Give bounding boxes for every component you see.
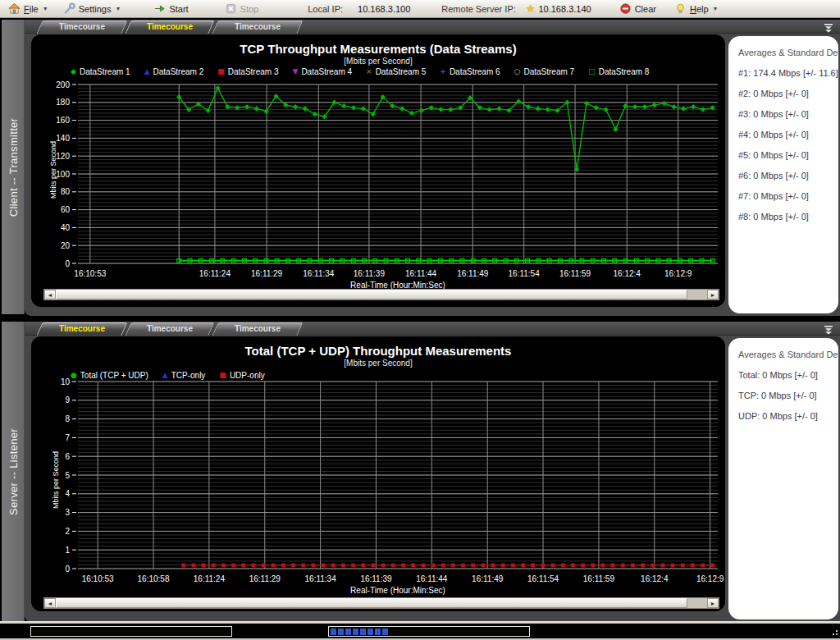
remote-ip-value[interactable]: 10.168.3.140	[538, 4, 591, 14]
stats-title: Averages & Standard Deviations	[738, 48, 838, 57]
netstress-window: File ▼ Settings ▼ Start Stop	[0, 0, 840, 640]
tab-timecourse-total-client[interactable]: Timecourse (Total)	[39, 21, 125, 34]
svg-text:16:11:39: 16:11:39	[360, 574, 392, 583]
settings-dropdown-arrow-icon: ▼	[115, 6, 121, 11]
svg-text:16:10:53: 16:10:53	[74, 269, 106, 278]
svg-text:3: 3	[65, 508, 70, 517]
star-icon: ★	[526, 2, 536, 15]
server-panel: Timecourse (Total) Timecourse (TCP) Time…	[25, 322, 840, 622]
clear-icon	[619, 2, 632, 15]
svg-text:200: 200	[56, 80, 70, 89]
svg-text:2: 2	[65, 527, 70, 536]
stats-line: #7: 0 Mbps [+/- 0]	[738, 191, 838, 201]
series-marker-icon: ◆	[71, 68, 76, 75]
clear-button-label: Clear	[635, 4, 656, 14]
stats-line: UDP: 0 Mbps [+/- 0]	[738, 411, 838, 421]
svg-text:40: 40	[61, 223, 71, 232]
legend-item: ▼DataStream 4	[292, 67, 352, 76]
settings-menu-label: Settings	[79, 4, 112, 14]
file-menu-button[interactable]: File ▼	[5, 1, 52, 17]
svg-text:16:11:34: 16:11:34	[303, 269, 335, 278]
collapse-chevrons-icon	[822, 326, 835, 336]
scroll-right-arrow-icon[interactable]: ►	[707, 290, 719, 299]
svg-text:8: 8	[65, 414, 70, 423]
svg-text:16:10:53: 16:10:53	[82, 574, 114, 583]
server-stats-card: Averages & Standard Deviations Total: 0 …	[728, 338, 838, 619]
tcp-throughput-chart: TCP Throughput Measurements (Data Stream…	[31, 34, 725, 307]
stats-line: TCP: 0 Mbps [+/- 0]	[738, 391, 838, 400]
svg-text:16:11:54: 16:11:54	[509, 269, 541, 278]
remote-ip-label: Remote Server IP:	[441, 4, 515, 14]
clear-button[interactable]: Clear	[616, 1, 660, 17]
stats-line: #1: 174.4 Mbps [+/- 11.6]	[738, 68, 838, 78]
file-menu-label: File	[24, 4, 39, 14]
stop-icon	[225, 2, 237, 15]
legend-item: □DataStream 8	[588, 67, 649, 76]
client-stats-card: Averages & Standard Deviations #1: 174.4…	[728, 36, 838, 313]
svg-text:10: 10	[61, 377, 71, 386]
svg-text:16:11:34: 16:11:34	[305, 574, 337, 583]
chart-h-scrollbar[interactable]: ◄ ►	[43, 597, 719, 609]
collapse-panel-button[interactable]	[822, 324, 835, 334]
legend-item: +DataStream 6	[440, 67, 500, 76]
scrollbar-track[interactable]	[56, 290, 707, 299]
stop-button[interactable]: Stop	[221, 1, 262, 17]
stats-line: #6: 0 Mbps [+/- 0]	[738, 171, 838, 181]
scroll-left-arrow-icon[interactable]: ◄	[44, 290, 56, 299]
help-menu-label: Help	[690, 4, 709, 14]
svg-text:160: 160	[56, 116, 70, 125]
series-marker-icon: ■	[217, 68, 225, 75]
scrollbar-thumb[interactable]	[56, 290, 687, 299]
svg-text:16:11:29: 16:11:29	[249, 574, 281, 583]
help-menu-button[interactable]: Help ▼	[671, 1, 722, 17]
stop-button-label: Stop	[240, 4, 259, 14]
settings-menu-button[interactable]: Settings ▼	[60, 1, 125, 17]
client-tabrow: Timecourse (Total) Timecourse (TCP) Time…	[25, 20, 840, 34]
scroll-left-arrow-icon[interactable]: ◄	[44, 598, 56, 608]
scroll-right-arrow-icon[interactable]: ►	[707, 598, 719, 608]
tab-timecourse-tcp-client[interactable]: Timecourse (TCP)	[128, 21, 212, 34]
scrollbar-track[interactable]	[56, 598, 707, 608]
legend-item: ×DataStream 5	[366, 67, 426, 76]
chart-h-scrollbar[interactable]: ◄ ►	[43, 289, 719, 300]
svg-text:4: 4	[65, 489, 70, 498]
svg-text:16:11:29: 16:11:29	[251, 269, 283, 278]
svg-text:16:11:24: 16:11:24	[194, 574, 226, 583]
tab-timecourse-total-server[interactable]: Timecourse (Total)	[39, 322, 125, 336]
tab-timecourse-tcp-server[interactable]: Timecourse (TCP)	[128, 322, 212, 336]
tab-timecourse-udp-client[interactable]: Timecourse (UDP)	[215, 21, 300, 34]
resize-grip[interactable]	[829, 626, 838, 636]
stats-title: Averages & Standard Deviations	[738, 350, 838, 359]
remote-ip-group: Remote Server IP: ★ 10.168.3.140	[438, 1, 594, 17]
svg-text:0: 0	[65, 259, 70, 268]
svg-text:140: 140	[56, 134, 70, 143]
local-ip-value: 10.168.3.100	[358, 4, 410, 14]
legend-item: ▲DataStream 2	[144, 67, 204, 76]
svg-text:16:11:59: 16:11:59	[583, 574, 615, 583]
chart-title: TCP Throughput Measurements (Data Stream…	[31, 42, 725, 56]
stats-line: #8: 0 Mbps [+/- 0]	[738, 212, 838, 222]
collapse-panel-button[interactable]	[822, 22, 835, 32]
svg-text:120: 120	[56, 152, 70, 161]
chart-legend: ◆DataStream 1 ▲DataStream 2 ■DataStream …	[71, 67, 649, 76]
svg-text:6: 6	[65, 452, 70, 461]
client-transmitter-side-label: Client -- Transmitter	[2, 20, 25, 314]
svg-text:180: 180	[56, 98, 70, 107]
tab-timecourse-udp-server[interactable]: Timecourse (UDP)	[215, 322, 300, 336]
start-button[interactable]: Start	[150, 1, 191, 17]
svg-text:5: 5	[65, 471, 70, 480]
plot-area: 01234567891016:10:5316:10:5816:11:2416:1…	[31, 377, 725, 599]
svg-text:16:11:44: 16:11:44	[416, 574, 448, 583]
svg-text:16:11:44: 16:11:44	[405, 269, 437, 278]
series-marker-icon: +	[440, 68, 446, 75]
panel-splitter[interactable]: ••••••	[25, 316, 840, 322]
svg-text:20: 20	[61, 241, 71, 250]
legend-item: ■DataStream 3	[217, 67, 278, 76]
server-tabrow: Timecourse (Total) Timecourse (TCP) Time…	[25, 322, 840, 336]
server-listener-side-label: Server -- Listener	[2, 322, 25, 622]
status-progress-box	[328, 626, 530, 637]
progress-segments	[331, 629, 388, 635]
start-icon	[153, 2, 166, 15]
collapse-chevrons-icon	[822, 24, 835, 34]
scrollbar-thumb[interactable]	[56, 598, 687, 608]
